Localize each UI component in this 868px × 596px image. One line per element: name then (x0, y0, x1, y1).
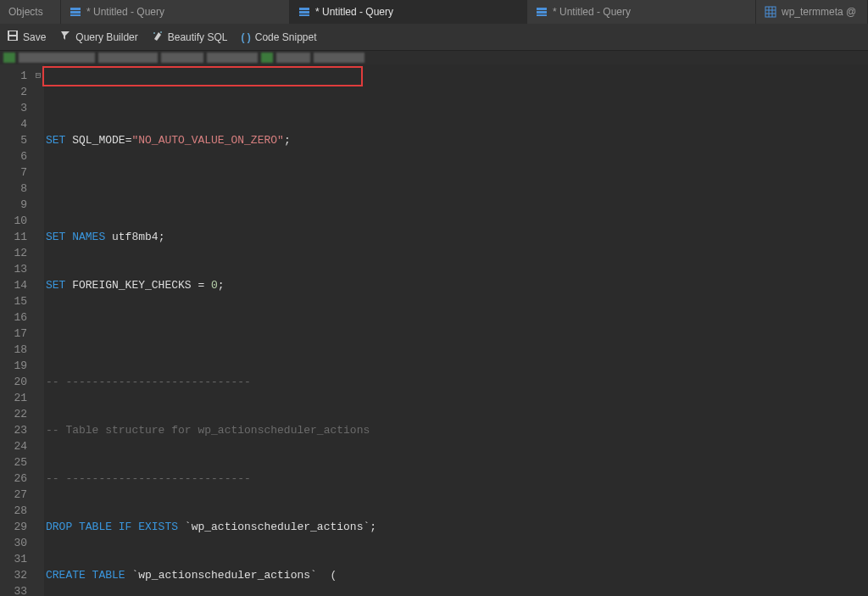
svg-rect-7 (537, 11, 547, 14)
svg-rect-16 (9, 36, 16, 40)
connection-bar-blurred (0, 51, 868, 64)
svg-rect-3 (299, 8, 309, 10)
svg-point-17 (160, 31, 162, 33)
query-builder-icon (59, 30, 71, 44)
svg-rect-6 (537, 8, 547, 10)
tab-label: Objects (8, 6, 43, 18)
save-button[interactable]: Save (7, 30, 46, 44)
query-icon (298, 6, 310, 18)
line-number-gutter: 1234567891011121314151617181920212223242… (0, 64, 32, 596)
code-area[interactable]: SET SQL_MODE="NO_AUTO_VALUE_ON_ZERO"; SE… (44, 64, 868, 596)
query-icon (536, 6, 548, 18)
toolbar: Save Query Builder Beautify SQL ( ) Code… (0, 24, 868, 51)
svg-rect-5 (299, 14, 309, 16)
query-builder-label: Query Builder (75, 31, 137, 43)
tab-label: wp_termmeta @ (782, 6, 856, 18)
save-label: Save (23, 31, 46, 43)
tab-query-2-active[interactable]: * Untitled - Query (290, 0, 527, 24)
svg-rect-8 (537, 14, 547, 16)
svg-rect-0 (70, 8, 81, 10)
code-line: SET SQL_MODE="NO_AUTO_VALUE_ON_ZERO"; (46, 132, 868, 148)
code-line: SET NAMES utf8mb4; (46, 229, 868, 245)
tab-label: * Untitled - Query (315, 6, 393, 18)
code-line: -- ---------------------------- (46, 471, 868, 487)
code-snippet-icon: ( ) (241, 31, 250, 43)
beautify-label: Beautify SQL (168, 31, 228, 43)
query-builder-button[interactable]: Query Builder (59, 30, 137, 44)
code-snippet-button[interactable]: ( ) Code Snippet (241, 31, 316, 43)
highlight-box-line-1 (42, 66, 363, 86)
svg-rect-9 (765, 7, 776, 17)
code-line: -- ---------------------------- (46, 374, 868, 390)
tab-query-1[interactable]: * Untitled - Query (61, 0, 290, 24)
code-line: SET FOREIGN_KEY_CHECKS = 0; (46, 277, 868, 293)
fold-gutter[interactable]: ⊟ (32, 64, 44, 596)
tab-query-3[interactable]: * Untitled - Query (527, 0, 756, 24)
svg-rect-2 (70, 14, 81, 16)
code-line: -- Table structure for wp_actionschedule… (46, 422, 868, 438)
svg-rect-15 (9, 31, 16, 35)
code-snippet-label: Code Snippet (255, 31, 317, 43)
code-line: DROP TABLE IF EXISTS `wp_actionscheduler… (46, 519, 868, 535)
code-line: CREATE TABLE `wp_actionscheduler_actions… (46, 567, 868, 583)
tab-label: * Untitled - Query (553, 6, 631, 18)
tab-wp-termmeta[interactable]: wp_termmeta @ (756, 0, 868, 24)
code-line (46, 326, 868, 342)
beautify-sql-button[interactable]: Beautify SQL (152, 30, 228, 44)
table-icon (765, 6, 776, 18)
svg-rect-1 (70, 11, 81, 14)
tab-objects[interactable]: Objects (0, 0, 61, 24)
sql-editor[interactable]: 1234567891011121314151617181920212223242… (0, 64, 868, 596)
svg-point-18 (153, 32, 155, 34)
query-icon (70, 6, 81, 18)
save-icon (7, 30, 19, 44)
tab-label: * Untitled - Query (86, 6, 164, 18)
code-line (46, 181, 868, 197)
beautify-icon (152, 30, 164, 44)
tab-bar: Objects * Untitled - Query * Untitled - … (0, 0, 868, 24)
svg-rect-4 (299, 11, 309, 14)
